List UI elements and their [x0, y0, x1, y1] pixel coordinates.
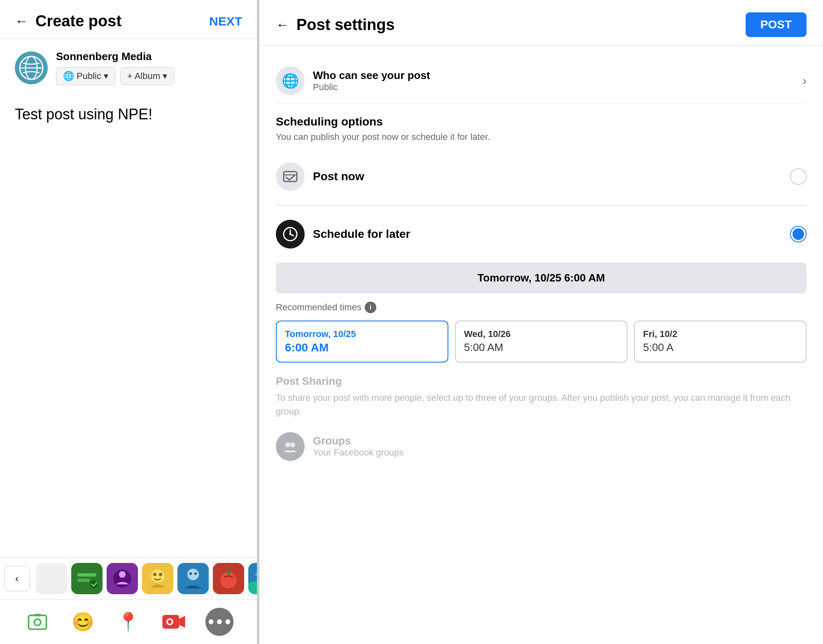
- album-dropdown-icon: ▾: [163, 71, 167, 81]
- post-now-label: Post now: [313, 170, 364, 183]
- who-can-see-row[interactable]: 🌐 Who can see your post Public ›: [276, 58, 807, 104]
- schedule-later-option[interactable]: Schedule for later: [276, 210, 807, 258]
- svg-point-37: [225, 619, 230, 624]
- media-nav-back-button[interactable]: ‹: [4, 566, 30, 591]
- post-now-icon: [276, 162, 305, 191]
- post-now-radio[interactable]: [790, 168, 807, 185]
- photo-action-button[interactable]: [23, 608, 51, 636]
- groups-row[interactable]: Groups Your Facebook groups: [276, 428, 807, 465]
- right-header: ← Post settings POST: [259, 0, 823, 46]
- profile-info: Sonnenberg Media 🌐 Public ▾ + Album ▾: [56, 50, 174, 85]
- svg-marker-31: [180, 616, 185, 628]
- schedule-later-radio[interactable]: [790, 226, 807, 242]
- left-panel: ← Create post NEXT Sonnenberg Media 🌐 Pu…: [0, 0, 259, 644]
- groups-sub: Your Facebook groups: [313, 447, 404, 458]
- svg-rect-38: [284, 172, 297, 181]
- next-button[interactable]: NEXT: [209, 14, 242, 28]
- right-header-left: ← Post settings: [276, 16, 395, 34]
- who-can-see-sub: Public: [313, 82, 430, 93]
- post-settings-title: Post settings: [296, 16, 395, 34]
- scheduling-title: Scheduling options: [276, 115, 807, 128]
- post-sharing-title: Post Sharing: [276, 375, 807, 388]
- svg-rect-20: [227, 569, 230, 574]
- svg-point-45: [290, 442, 295, 447]
- svg-point-44: [285, 442, 290, 447]
- divider-1: [276, 205, 807, 206]
- schedule-time-button[interactable]: Tomorrow, 10/25 6:00 AM: [276, 263, 807, 293]
- media-actions-row: 😊 📍: [0, 600, 257, 644]
- album-button[interactable]: + Album ▾: [120, 67, 174, 85]
- time-slot-0[interactable]: Tomorrow, 10/25 6:00 AM: [276, 321, 448, 363]
- left-header: ← Create post NEXT: [0, 0, 257, 39]
- media-app-red[interactable]: [213, 563, 244, 594]
- time-slot-1[interactable]: Wed, 10/26 5:00 AM: [455, 321, 627, 363]
- profile-name: Sonnenberg Media: [56, 50, 174, 63]
- visibility-button[interactable]: 🌐 Public ▾: [56, 67, 115, 85]
- svg-point-36: [217, 619, 222, 624]
- svg-point-12: [153, 573, 156, 576]
- who-can-see-label: Who can see your post: [313, 69, 430, 82]
- dropdown-arrow-icon: ▾: [104, 71, 108, 81]
- post-sharing-desc: To share your post with more people, sel…: [276, 391, 807, 418]
- media-app-purple[interactable]: [107, 563, 138, 594]
- emoji-action-button[interactable]: 😊: [69, 608, 97, 636]
- time-slot-0-time: 6:00 AM: [285, 341, 439, 354]
- svg-point-11: [151, 570, 164, 583]
- profile-section: Sonnenberg Media 🌐 Public ▾ + Album ▾: [0, 39, 257, 93]
- media-apps-row: ‹: [0, 558, 257, 600]
- post-content[interactable]: Test post using NPE!: [0, 93, 257, 558]
- schedule-icon: [276, 220, 305, 249]
- visibility-icon: 🌐: [276, 66, 305, 95]
- recommended-times-label: Recommended times i: [276, 302, 807, 313]
- create-post-title: Create post: [35, 12, 121, 30]
- time-slot-2-day: Fri, 10/2: [643, 329, 797, 339]
- media-app-ocean[interactable]: [248, 563, 257, 594]
- post-sharing-section: Post Sharing To share your post with mor…: [276, 375, 807, 465]
- svg-point-16: [189, 572, 192, 575]
- media-app-empty[interactable]: [36, 563, 67, 594]
- time-slot-1-day: Wed, 10/26: [464, 329, 618, 339]
- time-slot-2-time: 5:00 A: [643, 341, 797, 354]
- location-action-button[interactable]: 📍: [114, 608, 142, 636]
- svg-rect-29: [34, 614, 41, 616]
- svg-point-17: [194, 572, 197, 575]
- right-back-button[interactable]: ←: [276, 17, 289, 33]
- camera-action-button[interactable]: [160, 608, 188, 636]
- svg-point-9: [119, 571, 126, 578]
- svg-point-43: [289, 233, 291, 235]
- avatar: [15, 51, 48, 84]
- info-icon[interactable]: i: [365, 302, 376, 313]
- post-button[interactable]: POST: [746, 12, 807, 37]
- media-app-green[interactable]: [71, 563, 103, 594]
- scheduling-section: Scheduling options You can publish your …: [276, 115, 807, 363]
- globe-icon: 🌐: [63, 71, 74, 81]
- svg-point-35: [208, 619, 213, 624]
- media-app-blue-char[interactable]: [177, 563, 209, 594]
- right-content: 🌐 Who can see your post Public › Schedul…: [259, 46, 823, 644]
- svg-point-28: [35, 620, 40, 625]
- who-can-see-chevron-icon: ›: [802, 74, 807, 88]
- time-slots-row: Tomorrow, 10/25 6:00 AM Wed, 10/26 5:00 …: [276, 321, 807, 363]
- media-app-yellow[interactable]: [142, 563, 173, 594]
- media-toolbar: ‹: [0, 558, 257, 644]
- svg-rect-4: [77, 573, 96, 577]
- schedule-later-label: Schedule for later: [313, 228, 410, 241]
- left-header-left: ← Create post: [15, 12, 121, 30]
- svg-point-15: [187, 569, 199, 580]
- svg-point-33: [168, 620, 172, 624]
- who-can-see-left: 🌐 Who can see your post Public: [276, 66, 430, 95]
- profile-controls: 🌐 Public ▾ + Album ▾: [56, 67, 174, 85]
- schedule-later-left: Schedule for later: [276, 220, 410, 249]
- scheduling-subtitle: You can publish your post now or schedul…: [276, 132, 807, 142]
- groups-label: Groups: [313, 435, 404, 447]
- time-slot-1-time: 5:00 AM: [464, 341, 618, 354]
- more-action-button[interactable]: [205, 608, 233, 636]
- time-slot-2[interactable]: Fri, 10/2 5:00 A: [634, 321, 807, 363]
- svg-point-13: [159, 573, 162, 576]
- groups-text: Groups Your Facebook groups: [313, 435, 404, 458]
- groups-icon: [276, 432, 305, 461]
- left-back-button[interactable]: ←: [15, 14, 28, 29]
- who-can-see-text: Who can see your post Public: [313, 69, 430, 93]
- post-now-left: Post now: [276, 162, 364, 191]
- post-now-option[interactable]: Post now: [276, 152, 807, 201]
